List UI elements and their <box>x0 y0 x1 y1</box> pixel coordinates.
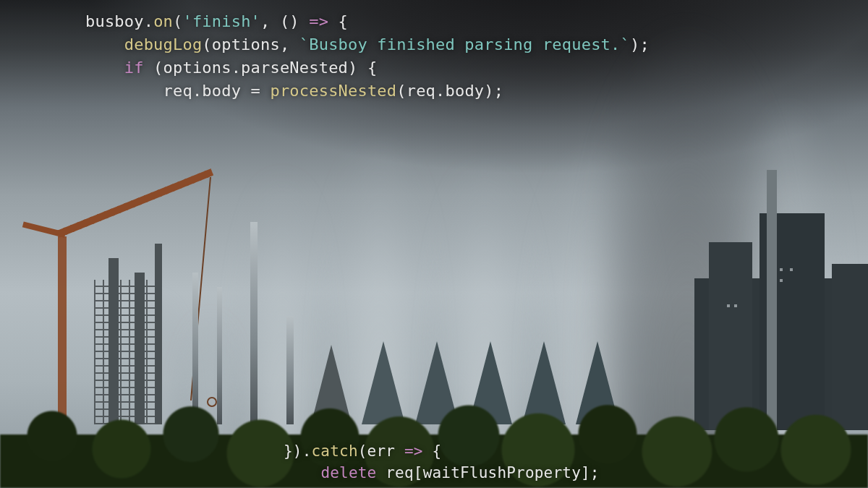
code-token: (err <box>358 442 404 460</box>
smokestack <box>767 170 777 430</box>
code-token: processNested <box>270 82 396 100</box>
code-token <box>85 59 124 77</box>
code-token: { <box>423 442 442 460</box>
code-token: req[waitFlushProperty]; <box>376 464 599 481</box>
code-token: { <box>328 12 348 30</box>
code-token <box>284 464 320 481</box>
code-token: if <box>124 59 144 77</box>
code-token: => <box>404 442 423 460</box>
code-token: (options.parseNested) { <box>144 59 378 77</box>
code-token <box>85 35 124 53</box>
code-token: => <box>309 12 328 30</box>
code-token: 'finish' <box>182 12 260 30</box>
code-overlay-bottom: }).catch(err => { delete req[waitFlushPr… <box>284 440 600 484</box>
code-token: delete <box>320 464 376 481</box>
code-token: , () <box>260 12 309 30</box>
code-token: on <box>153 12 173 30</box>
code-token: ( <box>173 12 182 30</box>
code-token: debugLog <box>124 35 203 53</box>
code-overlay-top: busboy.on('finish', () => { debugLog(opt… <box>85 10 650 103</box>
code-token: ); <box>630 35 650 53</box>
code-token: catch <box>312 442 358 460</box>
code-token: (req.body); <box>396 82 503 100</box>
code-token: }). <box>284 442 312 460</box>
code-token: busboy. <box>85 12 153 30</box>
code-token: (options, <box>202 35 299 53</box>
code-token: `Busboy finished parsing request.` <box>299 35 630 53</box>
code-token: req.body = <box>85 82 270 100</box>
